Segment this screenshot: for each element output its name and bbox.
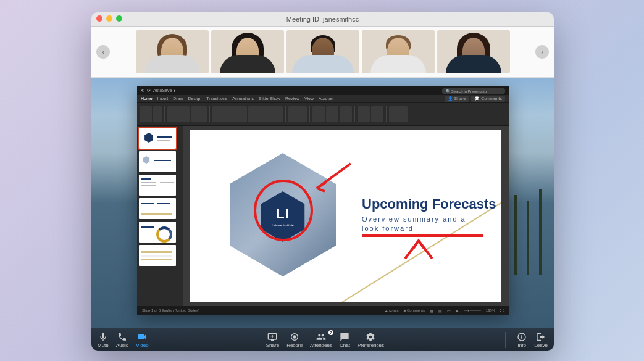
menu-review[interactable]: Review [285, 96, 299, 101]
chat-button[interactable]: Chat [340, 332, 350, 348]
sensitivity-icon[interactable] [389, 106, 408, 122]
share-button[interactable]: 👤 Share [445, 96, 469, 102]
smartart-icon[interactable] [288, 106, 307, 122]
titlebar: Meeting ID: janesmithcc [91, 12, 554, 27]
menu-slideshow[interactable]: Slide Show [259, 96, 280, 101]
status-comments[interactable]: ■ Comments [404, 309, 425, 312]
thumb-1[interactable]: 1 [139, 128, 176, 149]
menu-design[interactable]: Design [188, 96, 202, 101]
thumb-2[interactable]: 2 [139, 151, 176, 172]
picture-icon[interactable] [312, 106, 325, 122]
menu-view[interactable]: View [304, 96, 314, 101]
ppt-titlebar: ⟲⟳AutoSave ● 🔍 Search in Presentation [137, 86, 509, 95]
slide-content: LI Leisure Institute Upcoming Forecasts … [190, 130, 501, 302]
participant-strip: ‹ › [91, 27, 554, 78]
thumb-5[interactable]: 5 [139, 222, 176, 243]
ppt-search-input[interactable]: 🔍 Search in Presentation [442, 88, 505, 94]
thumb-6[interactable]: 6 [139, 245, 176, 266]
phone-icon [117, 332, 127, 342]
gear-icon [366, 332, 375, 342]
view-sorter-icon[interactable]: ▤ [438, 309, 442, 313]
prev-participants-button[interactable]: ‹ [96, 45, 110, 59]
arrange-icon[interactable] [358, 106, 370, 122]
quickstyles-icon[interactable] [371, 106, 383, 122]
slide-title: Upcoming Forecasts [362, 196, 496, 212]
ppt-status-bar: Slide 1 of 8 English (United States) ≐ N… [137, 306, 509, 315]
screen-icon [267, 332, 277, 342]
ppt-menu-bar: Home Insert Draw Design Transitions Anim… [137, 95, 509, 103]
menu-transitions[interactable]: Transitions [206, 96, 227, 101]
layout-icon[interactable] [191, 106, 207, 122]
status-notes[interactable]: ≐ Notes [385, 309, 398, 313]
cut-icon[interactable] [153, 106, 162, 122]
slide-thumbnails: 1 2 3 4 5 6 [137, 126, 183, 306]
zoom-slider[interactable]: —●——— [464, 309, 481, 312]
menu-acrobat[interactable]: Acrobat [319, 96, 333, 101]
annotation-arrow-bottom [400, 237, 437, 262]
preferences-button[interactable]: Preferences [358, 332, 384, 348]
attendees-button[interactable]: 7 Attendees [310, 332, 332, 348]
paragraph-group[interactable] [248, 106, 283, 122]
participant-tile[interactable] [362, 30, 435, 73]
thumb-3[interactable]: 3 [139, 175, 176, 196]
comments-button[interactable]: 💬 Comments [471, 96, 505, 102]
attendees-badge: 7 [328, 330, 333, 335]
svg-point-2 [293, 336, 296, 338]
audio-button[interactable]: Audio [116, 332, 128, 348]
share-button[interactable]: Share [266, 332, 279, 348]
annotation-underline [361, 233, 484, 238]
slide-hex-graphic: LI Leisure Institute [215, 147, 351, 283]
leave-button[interactable]: Leave [534, 332, 548, 348]
info-icon [517, 332, 527, 342]
minimize-icon[interactable] [106, 15, 112, 22]
next-participants-button[interactable]: › [535, 45, 549, 59]
menu-home[interactable]: Home [141, 96, 153, 101]
view-reading-icon[interactable]: ▭ [447, 309, 451, 313]
shapes-icon[interactable] [326, 106, 338, 122]
record-icon [290, 332, 299, 342]
video-icon [137, 332, 147, 342]
traffic-lights [96, 15, 122, 22]
menu-insert[interactable]: Insert [157, 96, 169, 101]
close-icon[interactable] [96, 15, 102, 22]
mute-button[interactable]: Mute [98, 332, 109, 348]
view-slideshow-icon[interactable]: ▶ [456, 309, 459, 313]
ppt-ribbon [137, 103, 509, 126]
window-title: Meeting ID: janesmithcc [286, 15, 359, 23]
thumb-4[interactable]: 4 [139, 198, 176, 219]
menu-animations[interactable]: Animations [232, 96, 254, 101]
meeting-window: Meeting ID: janesmithcc ‹ › [91, 12, 554, 351]
zoom-value: 135% [486, 309, 495, 312]
participant-tile[interactable] [136, 30, 209, 73]
font-group[interactable] [212, 106, 247, 122]
meeting-toolbar: Mute Audio Video Share Record 7 [91, 328, 554, 351]
participant-tile[interactable] [437, 30, 510, 73]
slide-canvas[interactable]: LI Leisure Institute Upcoming Forecasts … [183, 126, 509, 306]
logo-text: LI [276, 206, 290, 222]
view-normal-icon[interactable]: ▦ [430, 309, 433, 313]
paste-icon[interactable] [140, 106, 152, 122]
participant-tile[interactable] [286, 30, 359, 73]
microphone-icon [98, 332, 108, 342]
info-button[interactable]: Info [517, 332, 527, 348]
video-button[interactable]: Video [136, 332, 148, 348]
textbox-icon[interactable] [340, 106, 352, 122]
slide-subtitle: Overview summary and a look forward [362, 215, 485, 234]
menu-draw[interactable]: Draw [173, 96, 183, 101]
new-slide-icon[interactable] [167, 106, 190, 122]
participant-tile[interactable] [211, 30, 284, 73]
thumb-7[interactable]: 7 [139, 268, 176, 273]
status-slide-info: Slide 1 of 8 English (United States) [142, 309, 199, 312]
chat-icon [340, 332, 349, 342]
logo-subtitle: Leisure Institute [272, 223, 293, 227]
zoom-icon[interactable] [116, 15, 122, 22]
people-icon [316, 332, 326, 342]
powerpoint-window: ⟲⟳AutoSave ● 🔍 Search in Presentation Ho… [137, 86, 509, 315]
shared-screen-area: ⟲⟳AutoSave ● 🔍 Search in Presentation Ho… [91, 78, 554, 328]
fit-icon[interactable]: ⛶ [500, 309, 504, 312]
record-button[interactable]: Record [286, 332, 303, 348]
leave-icon [536, 332, 546, 342]
